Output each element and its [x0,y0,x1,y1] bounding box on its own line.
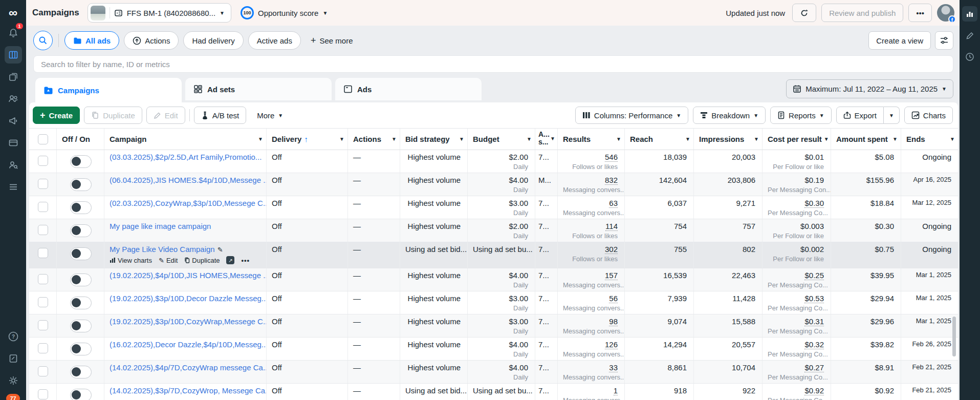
sidebar-item-billing[interactable] [5,134,22,152]
sidebar-item-all-tools[interactable] [5,178,22,196]
filter-pill-actions[interactable]: Actions [124,31,179,50]
table-row[interactable]: My page like image campaign✎ View charts… [29,219,958,242]
table-row[interactable]: (19.02.2025),$4p/10D,JIS HOMES,Messege .… [29,268,958,291]
cost-per-result-value[interactable]: $0.25 [804,271,824,280]
vertical-scrollbar[interactable] [952,317,956,356]
column-header-campaign[interactable]: Campaign▼ [104,129,267,150]
campaign-toggle-off[interactable] [70,366,92,378]
campaign-name-link[interactable]: (06.04.2025),JIS HOMES.$4p/10D,Messege .… [110,176,267,184]
select-all-checkbox[interactable] [38,134,48,144]
row-checkbox[interactable] [38,389,48,399]
refresh-button[interactable] [792,4,816,22]
campaign-toggle-off[interactable] [70,297,92,309]
open-external-icon[interactable]: ↗ [226,256,234,264]
user-avatar[interactable]: f [937,4,954,22]
view-settings-button[interactable] [935,31,953,50]
view-charts-action[interactable]: View charts [110,257,152,264]
results-value[interactable]: 33 [609,363,618,372]
date-range-selector[interactable]: Maximum: Jul 11, 2022 – Aug 11, 2025 ▼ [786,79,953,98]
campaign-name-link[interactable]: (02.03.2025),CozyWrap,$3p/10D,Messege C.… [110,199,267,207]
cost-per-result-value[interactable]: $0.003 [800,222,824,230]
cost-per-result-value[interactable]: $0.002 [800,245,824,254]
row-checkbox[interactable] [38,225,48,235]
column-header-cost-per-result[interactable]: Cost per result▼ [763,129,831,150]
row-checkbox[interactable] [38,202,48,212]
campaign-toggle-off[interactable] [70,343,92,355]
column-header-amount-spent[interactable]: Amount spent▼ [831,129,901,150]
campaign-toggle-off[interactable] [70,178,92,191]
notifications-button[interactable]: 1 [5,24,22,41]
export-button[interactable]: Export [836,107,884,124]
row-checkbox[interactable] [38,343,48,353]
settings-button[interactable] [5,372,22,389]
column-header-attribution-setting[interactable]: A...s...▼ [535,129,558,150]
sidebar-item-audiences[interactable] [5,90,22,108]
column-header-impressions[interactable]: Impressions▼ [694,129,763,150]
campaign-toggle-off[interactable] [70,224,92,237]
cost-per-result-value[interactable]: $0.92 [804,386,824,395]
column-header-delivery[interactable]: Delivery↑▼ [267,129,348,150]
columns-button[interactable]: Columns: Performance ▼ [575,107,688,124]
search-input[interactable] [33,55,953,73]
results-value[interactable]: 546 [605,153,618,162]
campaign-name-link[interactable]: My page like image campaign [110,222,211,230]
results-value[interactable]: 157 [605,271,618,280]
campaign-name-link[interactable]: (14.02.2025),$4p/7D,CozyWrap messege Ca.… [110,363,267,372]
table-row[interactable]: (14.02.2025),$4p/7D,CozyWrap messege Ca.… [29,361,958,384]
see-more-filters-button[interactable]: + See more [306,36,358,45]
duplicate-button[interactable]: Duplicate [84,107,142,124]
results-value[interactable]: 114 [605,222,618,231]
campaign-toggle-off[interactable] [70,273,92,286]
sidebar-item-ads-reporting[interactable] [5,112,22,130]
help-button[interactable]: ? [5,328,22,345]
results-value[interactable]: 1 [614,386,618,395]
row-checkbox[interactable] [38,179,48,189]
create-a-view-button[interactable]: Create a view [868,31,931,50]
table-row[interactable]: My Page Like Video Campaign✎ View charts… [29,242,958,268]
cost-per-result-value[interactable]: $0.31 [804,317,824,326]
sidebar-item-campaigns[interactable] [5,46,22,64]
row-checkbox[interactable] [38,248,48,258]
table-row[interactable]: (14.02.2025),$3p/7D,CozyWrop, Messege Ca… [29,384,958,400]
campaign-name-link[interactable]: (19.02.2025),$3p/10D,CozyWrap,Messege C.… [110,317,267,326]
cost-per-result-value[interactable]: $0.27 [804,363,824,372]
campaign-toggle-off[interactable] [70,201,92,214]
campaign-name-link[interactable]: (16.02.2025),Decor Dazzle,$4p/10D,Messeg… [110,340,267,349]
campaign-name-link[interactable]: (19.02.2025),$3p/10D,Decor Dazzle Messeg… [110,294,267,303]
column-header-results[interactable]: Results▼ [558,129,625,150]
row-more-options[interactable]: ••• [241,257,250,264]
results-value[interactable]: 56 [609,294,618,303]
table-row[interactable]: (16.02.2025),Decor Dazzle,$4p/10D,Messeg… [29,338,958,361]
tab-ad-sets[interactable]: Ad sets [185,78,332,100]
more-button[interactable]: More ▼ [250,107,290,124]
sidebar-item-account-quality[interactable] [5,156,22,174]
cost-per-result-value[interactable]: $0.30 [804,199,824,208]
results-value[interactable]: 832 [605,176,618,185]
edit-action[interactable]: ✎Edit [159,257,178,264]
campaign-name-link[interactable]: My Page Like Video Campaign [110,245,215,254]
charts-button[interactable]: Charts [904,107,953,124]
results-value[interactable]: 98 [609,317,618,326]
review-and-publish-button[interactable]: Review and publish [821,4,903,22]
campaign-name-link[interactable]: (19.02.2025),$4p/10D,JIS HOMES,Messege .… [110,271,267,280]
column-header-budget[interactable]: Budget▼ [468,129,535,150]
column-header-reach[interactable]: Reach▼ [625,129,694,150]
table-row[interactable]: (19.02.2025),$3p/10D,Decor Dazzle Messeg… [29,291,958,314]
rename-pencil-icon[interactable]: ✎ [217,246,223,254]
tab-ads[interactable]: Ads [335,78,482,100]
reports-button[interactable]: Reports ▼ [770,107,831,124]
table-row[interactable]: (06.04.2025),JIS HOMES.$4p/10D,Messege .… [29,173,958,196]
cost-per-result-value[interactable]: $0.19 [804,176,824,184]
filter-pill-all-ads[interactable]: All ads [64,31,119,50]
filter-pill-had-delivery[interactable]: Had delivery [183,31,243,50]
history-panel-button[interactable] [962,49,977,65]
feedback-button[interactable] [5,350,22,367]
insights-panel-button[interactable] [962,6,977,22]
duplicate-action[interactable]: Duplicate [184,257,220,264]
campaign-toggle-off[interactable] [70,320,92,332]
row-checkbox[interactable] [38,297,48,307]
column-header-bid-strategy[interactable]: Bid strategy▼ [400,129,468,150]
create-button[interactable]: + Create [33,107,80,124]
opportunity-score-menu[interactable]: 100 Opportunity score ▼ [241,6,328,19]
row-checkbox[interactable] [38,274,48,284]
